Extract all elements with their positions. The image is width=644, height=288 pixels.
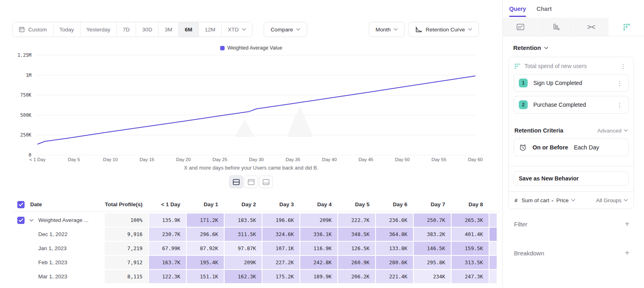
chevron-down-icon[interactable] (544, 47, 548, 49)
table-row: Dec 1, 20229,916230.7K296.6K311.5K324.6K… (12, 228, 499, 241)
row-label: Weighted Average ... (38, 217, 89, 223)
measure-property: Price (556, 197, 569, 203)
query-sidebar: QueryChart Retention Total spend of new … (502, 0, 644, 288)
day-value-cell: 133.8K (376, 242, 413, 255)
save-as-new-behavior-button[interactable]: Save as New Behavior (514, 171, 629, 186)
insights-icon (516, 23, 524, 31)
row-checkbox[interactable] (17, 217, 25, 224)
day-value-cell: 348.5K (338, 228, 375, 241)
condition-value: Each Day (574, 144, 599, 151)
day-value-cell: 97.87K (225, 242, 262, 255)
range-12m-button[interactable]: 12M (198, 22, 221, 37)
all-groups-label: All Groups (596, 197, 621, 203)
report-tab-flows[interactable] (574, 18, 609, 36)
report-tab-retention[interactable] (609, 18, 644, 36)
chart-type-dropdown[interactable]: Retention Curve (409, 22, 479, 37)
range-today-button[interactable]: Today (53, 22, 80, 37)
row-label-cell: Weighted Average ... (12, 213, 104, 227)
partial-day-cell (489, 228, 497, 241)
behavior-title: Total spend of new users (524, 63, 615, 69)
x-tick-label: Day 60 (459, 157, 491, 162)
day-value-cell: 311.5K (225, 228, 262, 241)
x-tick-label: Day 55 (423, 157, 455, 162)
behavior-step[interactable]: 2Purchase Completed⋮ (514, 96, 629, 114)
behavior-step[interactable]: 1Sign Up Completed⋮ (514, 74, 629, 92)
chevron-down-icon (468, 28, 472, 31)
add-breakdown-button[interactable]: + (625, 249, 630, 257)
table-body: Weighted Average ...100%135.9K171.2K183.… (12, 213, 499, 283)
row-label-cell: Feb 1, 2023 (12, 256, 104, 269)
table-view-toggle-button[interactable] (259, 176, 273, 188)
behavior-header: Total spend of new users ⋮ (509, 57, 634, 74)
day-value-cell: 135.9K (149, 213, 186, 227)
header-total-profile-s-: Total Profile(s) (105, 197, 148, 211)
split-view-toggle-button[interactable] (229, 176, 243, 188)
table-header-row: DateTotal Profile(s)< 1 DayDay 1Day 2Day… (12, 197, 499, 212)
header-day-6: Day 6 (376, 197, 413, 211)
chart-legend: Weighted Average Value (0, 45, 502, 51)
range-7d-button[interactable]: 7D (116, 22, 136, 37)
chevron-down-icon (624, 129, 628, 132)
header-day-8: Day 8 (452, 197, 489, 211)
tab-query[interactable]: Query (509, 0, 526, 18)
header-partial-cell (489, 197, 497, 211)
filter-section: Filter + (514, 218, 630, 230)
kebab-menu-icon[interactable]: ⋮ (615, 102, 624, 108)
day-value-cell: 280.6K (376, 256, 413, 269)
header-day-1: Day 1 (187, 197, 224, 211)
day-value-cell: 171.2K (187, 213, 224, 227)
chart-view-toggle-button[interactable] (244, 176, 258, 188)
x-axis-caption: X and more days before your Users came b… (0, 165, 502, 171)
retention-icon (514, 63, 520, 69)
total-profiles-cell: 100% (105, 213, 148, 227)
report-tab-insights[interactable] (503, 18, 538, 36)
retention-criteria-row: Retention Criteria Advanced (514, 127, 628, 134)
tab-chart[interactable]: Chart (537, 0, 552, 18)
day-value-cell: 296.6K (187, 228, 224, 241)
criteria-title: Retention Criteria (514, 127, 597, 134)
kebab-menu-icon[interactable]: ⋮ (615, 80, 624, 86)
breakdown-section: Breakdown + (514, 247, 630, 259)
day-value-cell: 230.7K (149, 228, 186, 241)
x-tick-label: Day 30 (240, 157, 272, 162)
range-label: Custom (28, 27, 47, 33)
advanced-dropdown[interactable]: Advanced (597, 128, 628, 134)
range-label: XTD (228, 27, 239, 33)
kebab-menu-icon[interactable]: ⋮ (619, 63, 628, 69)
measure-dropdown[interactable]: Sum of cart ▸ Price (522, 197, 592, 203)
day-value-cell: 260.9K (338, 256, 375, 269)
all-groups-dropdown[interactable]: All Groups (596, 197, 628, 203)
range-6m-button[interactable]: 6M (178, 22, 198, 37)
row-label: Jan 1, 2023 (38, 245, 67, 251)
add-filter-button[interactable]: + (625, 220, 630, 228)
row-label-cell: Dec 1, 2022 (12, 228, 104, 241)
x-tick-label: Day 45 (350, 157, 382, 162)
compare-button[interactable]: Compare (264, 22, 307, 37)
x-tick-label: Day 15 (131, 157, 163, 162)
advanced-label: Advanced (597, 128, 621, 134)
date-range-group: CustomTodayYesterday7D30D3M6M12MXTD (12, 22, 252, 37)
range-custom-button[interactable]: Custom (12, 22, 53, 37)
range-30d-button[interactable]: 30D (136, 22, 158, 37)
measure-row: # Sum of cart ▸ Price All Groups (509, 191, 634, 209)
table-row: Feb 1, 20237,912163.7K195.4K209K227.2K24… (12, 256, 499, 269)
row-expand-chevron-icon[interactable] (29, 219, 33, 222)
report-tab-funnels[interactable] (538, 18, 573, 36)
filter-label: Filter (514, 221, 625, 228)
day-value-cell: 401.4K (452, 228, 489, 241)
select-all-checkbox[interactable] (17, 201, 25, 208)
granularity-dropdown[interactable]: Month (369, 22, 405, 37)
measure-label: Sum of cart (522, 197, 549, 203)
day-value-cell: 189.9K (300, 270, 337, 283)
range-3m-button[interactable]: 3M (158, 22, 178, 37)
day-value-cell: 107.1K (262, 242, 299, 255)
behavior-card: Total spend of new users ⋮ 1Sign Up Comp… (508, 57, 634, 209)
day-value-cell: 383.2K (414, 228, 451, 241)
report-type-tabs (503, 18, 644, 36)
day-value-cell: 236.6K (376, 213, 413, 227)
chart-type-label: Retention Curve (425, 27, 465, 33)
criteria-condition[interactable]: On or Before Each Day (514, 139, 629, 156)
range-xtd-button[interactable]: XTD (221, 22, 252, 37)
chart-controls: Month Retention Curve (369, 22, 479, 37)
range-yesterday-button[interactable]: Yesterday (80, 22, 117, 37)
